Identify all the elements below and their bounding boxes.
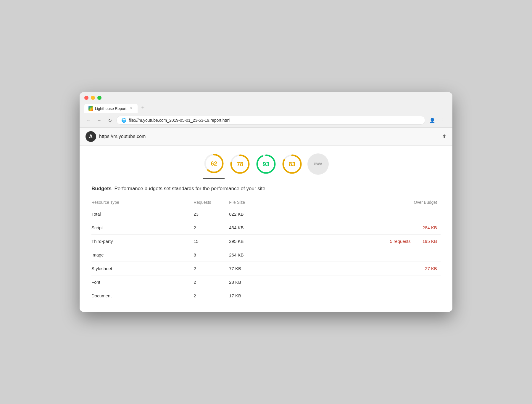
score-value-93: 93	[263, 161, 269, 167]
score-circle-78: 78	[229, 153, 251, 175]
col-header-resource-type: Resource Type	[91, 198, 190, 207]
cell-resource-type: Stylesheet	[91, 262, 190, 275]
cell-file-size: 295 KB	[225, 235, 270, 248]
table-row: Script2434 KB284 KB	[91, 221, 441, 235]
url-text: file:///m.youtube.com_2019-05-01_23-53-1…	[129, 118, 420, 123]
score-item-seo[interactable]: 83	[281, 153, 303, 178]
cell-over-budget: 5 requests195 KB	[270, 235, 441, 248]
over-budget-size: 284 KB	[423, 225, 437, 230]
cell-over-budget	[270, 275, 441, 289]
score-circle-62: 62	[203, 153, 225, 174]
more-menu-icon: ⋮	[441, 118, 445, 123]
address-input-container[interactable]: 🌐 file:///m.youtube.com_2019-05-01_23-53…	[116, 116, 425, 125]
score-value-83: 83	[289, 161, 295, 167]
cell-file-size: 77 KB	[225, 262, 270, 275]
menu-button[interactable]: ⋮	[438, 116, 448, 125]
section-title-bold: Budgets	[91, 186, 112, 191]
address-bar: ← → ↻ 🌐 file:///m.youtube.com_2019-05-01…	[80, 113, 452, 128]
reload-icon: ↻	[108, 118, 112, 123]
forward-button[interactable]: →	[95, 116, 103, 124]
window-controls	[84, 96, 448, 100]
cell-resource-type: Document	[91, 289, 190, 303]
score-circle-83: 83	[281, 153, 303, 175]
tabs-bar: i Lighthouse Report × +	[84, 103, 448, 113]
cell-over-budget: 284 KB	[270, 221, 441, 235]
scores-row: 62 78 93	[80, 146, 452, 179]
globe-icon: 🌐	[121, 118, 126, 123]
new-tab-button[interactable]: +	[139, 103, 147, 112]
profile-button[interactable]: 👤	[428, 116, 437, 125]
cell-requests: 2	[190, 289, 225, 303]
cell-file-size: 17 KB	[225, 289, 270, 303]
score-value-62: 62	[211, 160, 217, 167]
cell-over-budget	[270, 248, 441, 262]
cell-requests: 8	[190, 248, 225, 262]
close-window-button[interactable]	[84, 96, 88, 100]
cell-requests: 2	[190, 262, 225, 275]
cell-file-size: 264 KB	[225, 248, 270, 262]
score-circle-93: 93	[255, 153, 277, 175]
share-button[interactable]: ⬆	[442, 133, 446, 140]
active-tab[interactable]: i Lighthouse Report ×	[84, 104, 138, 113]
cell-file-size: 434 KB	[225, 221, 270, 235]
budget-table: Resource Type Requests File Size Over Bu…	[91, 198, 441, 302]
minimize-window-button[interactable]	[91, 96, 95, 100]
score-item-best-practices[interactable]: 93	[255, 153, 277, 178]
main-content: Budgets–Performance budgets set standard…	[80, 179, 452, 312]
section-title-rest: –Performance budgets set standards for t…	[112, 186, 267, 191]
tab-close-button[interactable]: ×	[129, 106, 133, 111]
over-budget-requests: 5 requests	[390, 239, 411, 244]
cell-resource-type: Total	[91, 207, 190, 221]
profile-icon: 👤	[429, 118, 435, 123]
site-header: A https://m.youtube.com ⬆	[80, 128, 452, 146]
back-icon: ←	[86, 118, 91, 123]
table-row: Total23822 KB	[91, 207, 441, 221]
lighthouse-logo: A	[86, 131, 96, 142]
tab-favicon: i	[88, 106, 93, 111]
col-header-requests: Requests	[190, 198, 225, 207]
table-header-row: Resource Type Requests File Size Over Bu…	[91, 198, 441, 207]
score-value-78: 78	[237, 161, 243, 167]
table-row: Document217 KB	[91, 289, 441, 303]
table-row: Stylesheet277 KB27 KB	[91, 262, 441, 275]
cell-over-budget: 27 KB	[270, 262, 441, 275]
cell-requests: 2	[190, 275, 225, 289]
pwa-circle: PWA	[307, 153, 329, 175]
title-bar: i Lighthouse Report × +	[80, 92, 452, 113]
col-header-over-budget: Over Budget	[270, 198, 441, 207]
table-row: Third-party15295 KB5 requests195 KB	[91, 235, 441, 248]
score-item-accessibility[interactable]: 78	[229, 153, 251, 178]
site-url: https://m.youtube.com	[99, 134, 146, 139]
table-row: Image8264 KB	[91, 248, 441, 262]
over-budget-size: 27 KB	[425, 266, 437, 271]
cell-over-budget	[270, 289, 441, 303]
site-url-area: A https://m.youtube.com	[86, 131, 146, 142]
toolbar-icons: 👤 ⋮	[428, 116, 448, 125]
score-item-pwa[interactable]: PWA	[307, 153, 329, 178]
back-button[interactable]: ←	[84, 116, 93, 124]
pwa-label: PWA	[314, 162, 323, 166]
cell-file-size: 28 KB	[225, 275, 270, 289]
cell-requests: 23	[190, 207, 225, 221]
cell-resource-type: Image	[91, 248, 190, 262]
cell-file-size: 822 KB	[225, 207, 270, 221]
maximize-window-button[interactable]	[97, 96, 101, 100]
share-icon: ⬆	[442, 134, 446, 140]
section-title: Budgets–Performance budgets set standard…	[91, 186, 441, 192]
table-row: Font228 KB	[91, 275, 441, 289]
cell-requests: 15	[190, 235, 225, 248]
forward-icon: →	[97, 118, 101, 123]
cell-resource-type: Font	[91, 275, 190, 289]
cell-over-budget	[270, 207, 441, 221]
tab-title: Lighthouse Report	[95, 106, 127, 111]
score-item-performance[interactable]: 62	[203, 153, 225, 179]
browser-window: i Lighthouse Report × + ← → ↻ 🌐 file:///…	[80, 92, 452, 312]
over-budget-size: 195 KB	[423, 239, 437, 244]
reload-button[interactable]: ↻	[106, 116, 114, 124]
cell-requests: 2	[190, 221, 225, 235]
cell-resource-type: Script	[91, 221, 190, 235]
col-header-file-size: File Size	[225, 198, 270, 207]
cell-resource-type: Third-party	[91, 235, 190, 248]
